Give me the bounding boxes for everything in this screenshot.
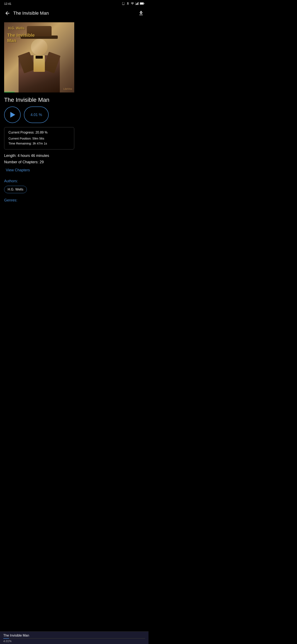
author-chip-hgwells[interactable]: H.G. Wells [4, 186, 27, 193]
wifi-icon [131, 2, 134, 6]
app-bar-title: The Invisible Man [13, 10, 137, 16]
battery-icon [140, 2, 144, 6]
cover-title-text: The Invisible Man [7, 32, 40, 44]
cover-author-text: H.G. Wells [8, 26, 24, 30]
authors-label: Authors: [4, 179, 144, 183]
svg-rect-3 [138, 2, 138, 4]
progress-percent-button[interactable]: 4.01 % [24, 106, 49, 123]
book-cover: H.G. Wells The Invisible Man LibriVox [4, 22, 74, 92]
status-icons [122, 2, 144, 6]
signal-icon [135, 2, 139, 6]
length-info: Length: 4 hours 46 minutes [4, 154, 144, 158]
app-bar: The Invisible Man [0, 8, 148, 19]
svg-rect-5 [144, 3, 144, 4]
progress-card-position: Current Position: 59m 56s [8, 136, 70, 141]
book-cover-container: H.G. Wells The Invisible Man LibriVox [4, 22, 74, 92]
book-title: The Invisible Man [4, 96, 144, 103]
progress-card-main: Current Progress: 20.89 % [8, 131, 70, 134]
chapters-info: Number of Chapters: 29 [4, 160, 144, 164]
back-button[interactable] [3, 9, 11, 17]
view-chapters-button[interactable]: View Chapters [6, 168, 30, 172]
action-buttons: 4.01 % [4, 106, 144, 123]
svg-rect-6 [140, 3, 143, 4]
svg-rect-1 [137, 4, 137, 5]
status-bar: 12:41 [0, 0, 148, 8]
cover-progress-bar [4, 92, 15, 92]
genres-label: Genres: [4, 198, 144, 202]
progress-percent-text: 4.01 % [30, 113, 42, 117]
download-button[interactable] [137, 9, 145, 17]
play-icon [10, 112, 15, 118]
sim-icon [122, 2, 125, 6]
status-time: 12:41 [4, 2, 11, 5]
cover-librivox-text: LibriVox [63, 88, 72, 90]
play-button[interactable] [4, 106, 21, 123]
main-content: H.G. Wells The Invisible Man LibriVox Th… [0, 19, 148, 206]
progress-card: Current Progress: 20.89 % Current Positi… [4, 127, 74, 150]
svg-rect-2 [137, 3, 138, 5]
download-status-icon [126, 2, 130, 6]
svg-rect-0 [136, 4, 136, 4]
progress-card-remaining: Time Remaining: 3h 47m 1s [8, 141, 70, 146]
